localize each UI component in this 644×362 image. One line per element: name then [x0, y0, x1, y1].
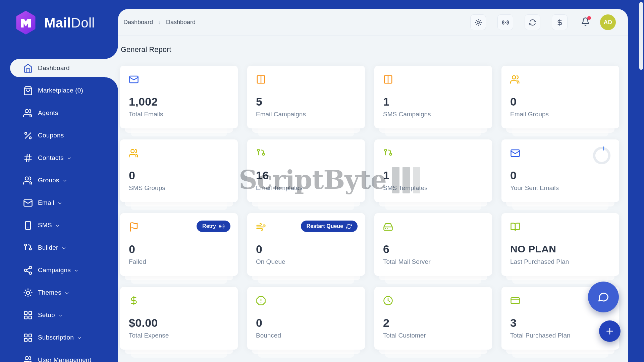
dollar-sign-icon [556, 19, 564, 26]
sidebar-item-dashboard[interactable]: Dashboard [10, 59, 118, 77]
percent-icon [23, 131, 33, 140]
card-total-emails: 1,002Total Emails [120, 66, 238, 128]
card-total-mail-server: 6Total Mail Server [374, 213, 492, 276]
sidebar-item-agents[interactable]: Agents [0, 104, 118, 122]
hash-icon [23, 153, 33, 163]
dollar-sign-icon [129, 296, 139, 306]
chat-fab[interactable] [588, 282, 619, 312]
sidebar-item-label: Groups [38, 177, 59, 184]
card-sms-campaigns: 1SMS Campaigns [374, 66, 492, 128]
stat-card: 1SMS Templates [374, 139, 492, 202]
mail-icon [510, 148, 520, 158]
stat-card: 2Total Customer [374, 287, 492, 350]
card-last-purchased-plan: NO PLANLast Purchased Plan [501, 213, 619, 276]
git-branch-icon [383, 148, 393, 158]
sidebar-item-label: Email [38, 199, 54, 206]
credit-card-icon [510, 296, 520, 306]
layout-grid-icon [23, 333, 33, 343]
sun-icon [23, 288, 33, 298]
page-title: General Report [121, 45, 628, 54]
stat-card: 0Bounced [247, 287, 365, 350]
stat-card: 0Email Groups [501, 66, 619, 128]
card-label: SMS Campaigns [383, 111, 483, 118]
sidebar-item-user-management[interactable]: User Management [0, 351, 118, 362]
card-sms-groups: 0SMS Groups [120, 139, 238, 202]
sidebar-item-setup[interactable]: Setup [0, 306, 118, 324]
retry-button[interactable]: Retry [197, 221, 230, 232]
sidebar-item-label: Coupons [38, 132, 64, 139]
chevron-down-icon [77, 336, 82, 341]
unread-dot [587, 16, 591, 20]
card-label: Total Mail Server [383, 258, 483, 265]
sidebar-item-themes[interactable]: Themes [0, 284, 118, 302]
sidebar-item-campaigns[interactable]: Campaigns [0, 261, 118, 279]
scrollbar-thumb[interactable] [639, 2, 643, 70]
mail-icon [129, 74, 139, 84]
restart-queue-button[interactable]: Restart Queue [301, 221, 358, 232]
stat-card: 16Email Templates [247, 139, 365, 202]
loading-spinner [593, 147, 610, 164]
card-your-sent-emails: 0Your Sent Emails [501, 139, 619, 202]
card-email-templates: 16Email Templates [247, 139, 365, 202]
refresh-cw-icon [529, 19, 536, 26]
card-label: Your Sent Emails [510, 184, 610, 192]
billing-button[interactable] [552, 14, 568, 30]
stat-card: 1,002Total Emails [120, 66, 238, 128]
sidebar-item-email[interactable]: Email [0, 194, 118, 212]
breadcrumb-item[interactable]: Dashboard [123, 19, 153, 26]
sidebar-item-contacts[interactable]: Contacts [0, 149, 118, 167]
card-value: 5 [256, 95, 356, 108]
card-label: Email Groups [510, 111, 610, 118]
chevron-down-icon [62, 178, 67, 183]
card-value: 1 [383, 169, 483, 182]
card-label: Email Campaigns [256, 111, 356, 118]
topbar-actions: AD [459, 14, 616, 30]
breadcrumb: Dashboard Dashboard [123, 19, 196, 26]
sidebar-item-groups[interactable]: Groups [0, 171, 118, 189]
radio-icon [502, 19, 509, 26]
sidebar-item-coupons[interactable]: Coupons [0, 126, 118, 144]
user-avatar[interactable]: AD [600, 14, 616, 30]
add-fab[interactable] [599, 320, 621, 342]
card-email-campaigns: 5Email Campaigns [247, 66, 365, 128]
sidebar-item-label: Marketplace (0) [38, 87, 83, 94]
card-value: 0 [256, 316, 356, 329]
card-label: Failed [129, 258, 229, 265]
share-2-icon [23, 265, 33, 275]
chevron-right-icon [157, 20, 162, 25]
chevron-down-icon [58, 313, 63, 318]
card-label: Total Emails [129, 111, 229, 118]
radio-icon [219, 224, 225, 229]
layout-grid-icon [23, 310, 33, 320]
chevron-down-icon [67, 156, 72, 161]
card-value: 2 [383, 316, 483, 329]
sidebar-item-sms[interactable]: SMS [0, 216, 118, 234]
stat-card: 0Your Sent Emails [501, 139, 619, 202]
sidebar-item-builder[interactable]: Builder [0, 239, 118, 257]
card-label: SMS Templates [383, 184, 483, 192]
sync-button[interactable] [525, 14, 540, 30]
sidebar-item-label: Builder [38, 244, 58, 251]
stat-card: $0.00Total Expense [120, 287, 238, 350]
sidebar-item-marketplace-0[interactable]: Marketplace (0) [0, 81, 118, 100]
mail-icon [23, 198, 33, 208]
stat-card: Retry0Failed [120, 213, 238, 276]
notifications-button[interactable] [581, 17, 590, 27]
card-value: 3 [510, 316, 610, 329]
app-logo[interactable]: MailDoll [0, 0, 118, 35]
button-label: Restart Queue [307, 223, 343, 229]
book-open-icon [510, 222, 520, 232]
card-value: $0.00 [129, 316, 229, 329]
chevron-down-icon [64, 291, 69, 296]
stat-card: 0SMS Groups [120, 139, 238, 202]
sidebar-item-label: Subscription [38, 334, 74, 341]
theme-toggle-button[interactable] [470, 14, 486, 30]
card-total-expense: $0.00Total Expense [120, 287, 238, 350]
sidebar-item-label: Campaigns [38, 266, 71, 274]
breadcrumb-item-current[interactable]: Dashboard [166, 19, 196, 26]
card-on-queue: Restart Queue0On Queue [247, 213, 365, 276]
hard-drive-icon [383, 222, 393, 232]
sidebar-item-subscription[interactable]: Subscription [0, 328, 118, 347]
card-total-customer: 2Total Customer [374, 287, 492, 350]
broadcast-button[interactable] [497, 14, 513, 30]
